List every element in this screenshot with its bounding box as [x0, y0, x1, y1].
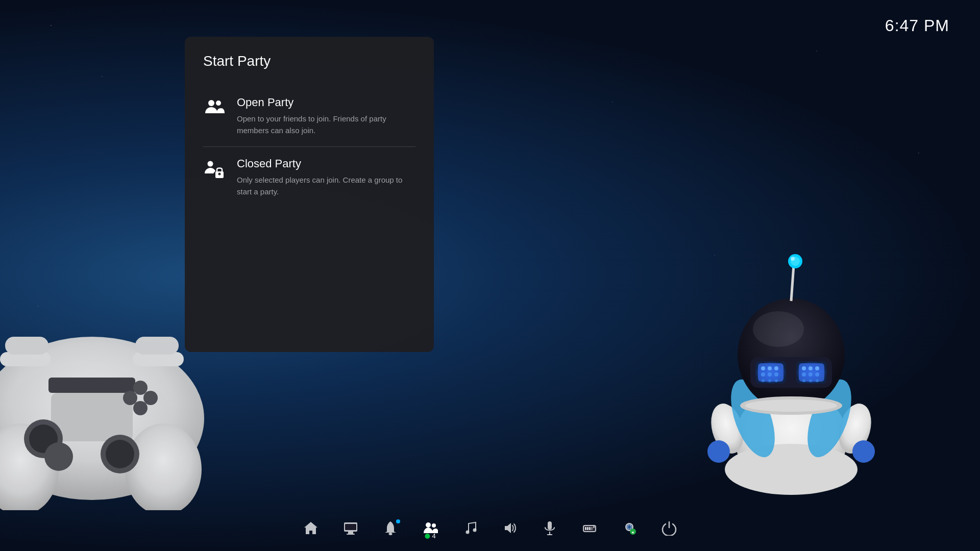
- svg-point-12: [106, 440, 134, 468]
- svg-point-35: [768, 366, 772, 370]
- modal-title: Start Party: [203, 53, 415, 69]
- svg-point-19: [725, 444, 857, 495]
- media-icon: [343, 520, 358, 536]
- power-icon: [662, 520, 677, 536]
- svg-rect-81: [593, 526, 595, 528]
- svg-point-51: [802, 379, 805, 382]
- svg-point-67: [389, 533, 393, 535]
- svg-point-46: [808, 366, 813, 370]
- taskbar-mic[interactable]: [542, 520, 557, 536]
- astro-decoration: [643, 224, 939, 510]
- taskbar-music[interactable]: [462, 520, 478, 536]
- taskbar-gamepad[interactable]: [582, 520, 597, 536]
- taskbar-power[interactable]: [662, 520, 677, 536]
- network-icon: ●: [622, 520, 637, 536]
- svg-point-21: [707, 440, 730, 463]
- friends-badge: 4: [425, 532, 435, 540]
- home-icon: [303, 520, 318, 536]
- svg-point-58: [208, 100, 214, 106]
- closed-party-option[interactable]: Closed Party Only selected players can j…: [203, 147, 415, 208]
- svg-point-13: [44, 442, 73, 471]
- clock-time: 6:47 PM: [885, 16, 949, 35]
- svg-point-70: [466, 531, 470, 534]
- closed-party-name: Closed Party: [237, 157, 415, 170]
- svg-point-69: [432, 523, 436, 528]
- svg-point-71: [473, 529, 477, 532]
- svg-rect-77: [585, 527, 586, 530]
- start-party-modal: Start Party Open Party Open to your frie…: [185, 37, 434, 352]
- gamepad-icon: [582, 520, 597, 536]
- svg-rect-8: [48, 378, 135, 393]
- taskbar-volume[interactable]: [502, 520, 518, 536]
- closed-party-text: Closed Party Only selected players can j…: [237, 157, 415, 197]
- open-party-name: Open Party: [237, 96, 415, 109]
- taskbar-home[interactable]: [303, 520, 318, 536]
- svg-point-59: [216, 101, 221, 106]
- open-party-description: Open to your friends to join. Friends of…: [237, 113, 415, 136]
- open-party-icon: [203, 97, 226, 119]
- svg-point-37: [761, 372, 765, 377]
- closed-party-description: Only selected players can join. Create a…: [237, 174, 415, 197]
- svg-rect-79: [589, 527, 591, 530]
- notification-dot: [396, 519, 400, 523]
- svg-point-30: [745, 399, 837, 412]
- svg-point-42: [775, 379, 778, 382]
- svg-point-15: [143, 391, 158, 405]
- svg-point-17: [133, 381, 148, 395]
- mic-icon: [542, 520, 557, 536]
- svg-point-48: [802, 372, 806, 377]
- svg-point-60: [208, 161, 213, 167]
- svg-point-28: [753, 311, 804, 347]
- taskbar-notifications[interactable]: [383, 520, 398, 536]
- svg-rect-7: [135, 337, 179, 355]
- online-status-dot: [425, 534, 430, 539]
- svg-point-16: [123, 391, 137, 405]
- svg-rect-78: [587, 527, 589, 530]
- taskbar: 4: [0, 505, 980, 551]
- svg-point-57: [791, 257, 795, 261]
- volume-icon: [502, 520, 518, 536]
- svg-rect-44: [799, 363, 824, 382]
- svg-point-49: [808, 372, 813, 377]
- music-icon: [462, 520, 478, 536]
- svg-point-39: [774, 372, 778, 377]
- svg-rect-33: [758, 363, 783, 382]
- svg-text:●: ●: [632, 530, 634, 535]
- bell-icon: [383, 520, 398, 536]
- svg-rect-3: [51, 393, 133, 441]
- svg-point-38: [768, 372, 772, 377]
- svg-point-50: [815, 372, 819, 377]
- svg-point-52: [809, 379, 812, 382]
- svg-point-34: [761, 366, 765, 370]
- friends-count: 4: [432, 532, 435, 540]
- taskbar-network[interactable]: ●: [622, 520, 637, 536]
- taskbar-media[interactable]: [343, 520, 358, 536]
- open-party-text: Open Party Open to your friends to join.…: [237, 96, 415, 136]
- svg-point-53: [816, 379, 819, 382]
- svg-rect-66: [345, 524, 356, 530]
- svg-point-41: [768, 379, 771, 382]
- svg-point-40: [762, 379, 765, 382]
- svg-point-45: [802, 366, 806, 370]
- svg-rect-72: [548, 521, 552, 530]
- controller-decoration: [0, 276, 214, 510]
- system-clock: 6:47 PM: [885, 16, 949, 35]
- svg-point-47: [815, 366, 819, 370]
- svg-point-83: [627, 524, 632, 530]
- svg-line-54: [791, 265, 794, 301]
- open-party-option[interactable]: Open Party Open to your friends to join.…: [203, 86, 415, 146]
- taskbar-friends[interactable]: 4: [423, 520, 438, 536]
- svg-rect-80: [591, 527, 593, 530]
- svg-point-62: [218, 173, 221, 176]
- svg-point-14: [133, 401, 148, 415]
- svg-rect-6: [5, 337, 48, 355]
- svg-point-68: [426, 522, 431, 528]
- svg-point-23: [852, 440, 875, 463]
- closed-party-icon: [203, 158, 226, 181]
- svg-rect-65: [347, 534, 355, 535]
- svg-point-36: [774, 366, 778, 370]
- svg-rect-64: [348, 532, 353, 534]
